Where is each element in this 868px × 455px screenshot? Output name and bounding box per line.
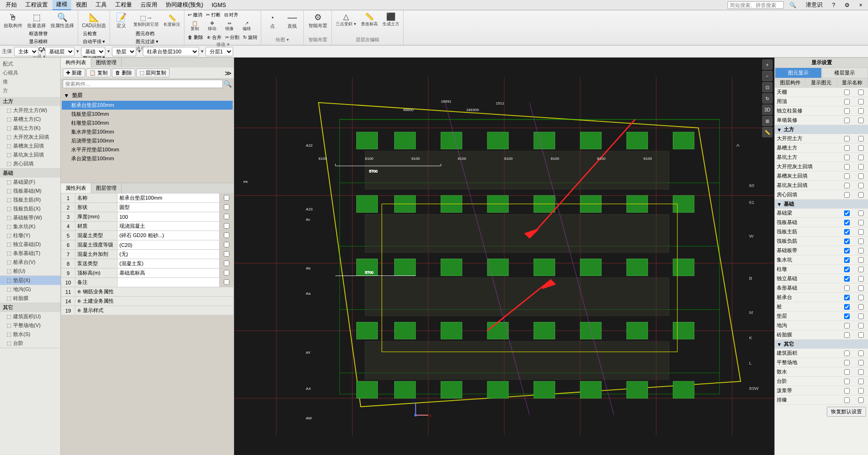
dg2-name-cb[interactable]	[858, 323, 864, 328]
left-item-jichuliang[interactable]: ⬚ 基础梁(F)	[0, 178, 60, 186]
prop-value-9[interactable]: 基础底标高	[118, 269, 220, 278]
break-btn[interactable]: ✂ 打断	[205, 11, 222, 19]
canvas-fit-btn[interactable]: ⊡	[762, 82, 772, 92]
jch2-show-cb[interactable]	[844, 173, 850, 179]
help-icon[interactable]: ?	[828, 1, 839, 9]
rotate-btn[interactable]: ↻ 旋转	[242, 34, 259, 41]
left-item-taijie[interactable]: ⬚ 台阶	[0, 339, 60, 348]
prop-attach-3[interactable]	[220, 212, 234, 222]
delete-btn[interactable]: 🗑 删除	[186, 34, 205, 41]
left-item-tiaoxingjichu[interactable]: ⬚ 条形基础(T)	[0, 249, 60, 258]
restore-default-btn[interactable]: 恢复默认设置	[827, 407, 866, 417]
search-icon[interactable]: 🔍	[786, 1, 800, 9]
mirror-btn[interactable]: ⇔ 镜像	[221, 20, 237, 33]
batch-select-btn[interactable]: ⬚ 批量选择	[25, 11, 48, 30]
prop-group-tujian[interactable]: ⊕ 土建业务属性	[75, 297, 234, 306]
layer-select-jichuceng[interactable]: 基础层	[45, 47, 74, 56]
prop-attach-10[interactable]	[220, 278, 234, 287]
jct-show-cb[interactable]	[844, 145, 850, 151]
prop-value-5[interactable]: (碎石 GD20 粗砂...)	[118, 231, 220, 240]
jkt-name-cb[interactable]	[858, 155, 864, 160]
tree-item-zhuchengdai100[interactable]: 桩承台垫层100mm	[62, 101, 233, 110]
prop-value-8[interactable]: (混凝土泵)	[118, 259, 220, 269]
align-btn[interactable]: ⊟ 对齐	[223, 11, 240, 19]
jsk-name-cb[interactable]	[858, 257, 864, 263]
layer-select-diceng[interactable]: 垫层	[112, 47, 136, 56]
menu-item-cloud[interactable]: 云应用	[137, 0, 161, 10]
left-item-digou[interactable]: ⬚ 地沟(G)	[0, 285, 60, 294]
left-item-dakaikwa[interactable]: ⬚ 大开挖土方(W)	[0, 106, 60, 115]
fbfj-show-cb[interactable]	[844, 239, 850, 244]
prop-attach-8[interactable]	[220, 259, 234, 269]
zct-show-cb[interactable]	[844, 295, 850, 300]
dc2-name-cb[interactable]	[858, 313, 864, 319]
layer-copy-btn[interactable]: ⬚ 层间复制	[136, 68, 169, 77]
jzmj-show-cb[interactable]	[844, 351, 850, 356]
dkkh-show-cb[interactable]	[844, 164, 850, 170]
prop-value-10[interactable]	[118, 278, 220, 287]
yongding-name-cb[interactable]	[858, 99, 864, 104]
px-name-cb[interactable]	[858, 397, 864, 403]
cloud-check-btn[interactable]: 云检查	[81, 30, 107, 37]
danqiang-name-cb[interactable]	[858, 118, 864, 123]
canvas-layer-btn[interactable]: ⊞	[762, 116, 772, 126]
dkk-name-cb[interactable]	[858, 136, 864, 142]
left-item-jikenhuitian[interactable]: ⬚ 基坑灰土回填	[0, 150, 60, 159]
prop-value-2[interactable]: 圆型	[118, 203, 220, 212]
danqiang-show-cb[interactable]	[844, 118, 850, 123]
jcbd-name-cb[interactable]	[858, 248, 864, 254]
dulizhu-show-cb[interactable]	[844, 108, 850, 114]
dc2-show-cb[interactable]	[844, 313, 850, 319]
dulizhu-name-cb[interactable]	[858, 108, 864, 114]
jcbd-show-cb[interactable]	[844, 248, 850, 254]
zct-name-cb[interactable]	[858, 295, 864, 300]
tree-item-houjiaodai100[interactable]: 后浇带垫层100mm	[62, 136, 233, 145]
check-elevation-btn[interactable]: 📏 查改标高	[359, 11, 380, 28]
jkt-show-cb[interactable]	[844, 155, 850, 160]
left-item-fobanfujin[interactable]: ⬚ 筏板负筋(X)	[0, 204, 60, 213]
dkkh-name-cb[interactable]	[858, 164, 864, 170]
smart-layout-btn[interactable]: ⚙ 智能布置	[307, 11, 329, 30]
ss2-show-cb[interactable]	[844, 369, 850, 375]
left-item-xinmoju[interactable]: 心模具	[3, 68, 58, 77]
pzcd-show-cb[interactable]	[844, 360, 850, 365]
prop-value-4[interactable]: 现浇混凝土	[118, 222, 220, 231]
ztm2-show-cb[interactable]	[844, 332, 850, 338]
tree-item-jishuijing100[interactable]: 集水井垫层100mm	[62, 127, 233, 136]
prop-attach-6[interactable]	[220, 240, 234, 250]
display-mode-btn[interactable]: 显示模样	[28, 38, 50, 45]
tree-item-zhudun100[interactable]: 柱墩垫层100mm	[62, 119, 233, 127]
left-item-sanshui[interactable]: ⬚ 散水(S)	[0, 330, 60, 339]
prop-attach-1[interactable]	[220, 194, 234, 203]
left-item-diceng[interactable]: ⬚ 垫层(X)	[0, 276, 60, 285]
cad-recognize-btn[interactable]: 📐 CAD识别选	[80, 11, 108, 30]
fxh2-show-cb[interactable]	[844, 192, 850, 198]
dkk-show-cb[interactable]	[844, 136, 850, 142]
comp-tab-list[interactable]: 构件列表	[61, 58, 91, 67]
left-item-dakaikhuitian[interactable]: ⬚ 大开挖灰土回填	[0, 133, 60, 142]
prop-attach-7[interactable]	[220, 250, 234, 259]
left-item-jianzhummianji[interactable]: ⬚ 建筑面积(U)	[0, 312, 60, 321]
fbj-show-cb[interactable]	[844, 220, 850, 225]
layer-select-fenceng[interactable]: 分层1	[206, 47, 233, 56]
fbzq-show-cb[interactable]	[844, 229, 850, 235]
fxh2-name-cb[interactable]	[858, 192, 864, 198]
property-select-btn[interactable]: 🔍 按属性选择	[49, 11, 76, 30]
menu-item-quantity[interactable]: 工程量	[111, 0, 136, 10]
tj2-show-cb[interactable]	[844, 379, 850, 384]
canvas-zoom-in-btn[interactable]: +	[762, 60, 772, 70]
move-btn[interactable]: ✥ 移动	[204, 20, 220, 33]
layer-select-zhuchengdai[interactable]: 柱承台垫层100	[143, 47, 199, 56]
copy-to-layer-btn[interactable]: ⬚→ 复制到其它层	[132, 11, 161, 30]
left-item-zhuantaimo[interactable]: ⬚ 砖胎膜	[0, 294, 60, 303]
prop-value-1[interactable]: 桩承台垫层100mm	[118, 194, 220, 203]
left-item-zhu[interactable]: ⬚ 桩(U)	[0, 267, 60, 276]
prop-tab-layers[interactable]: 图层管理	[91, 183, 122, 193]
jch2-name-cb[interactable]	[858, 173, 864, 179]
left-item-fangxinhuitian[interactable]: ⬚ 房心回填	[0, 159, 60, 168]
offset-btn[interactable]: ↗ 偏移	[238, 20, 255, 33]
jichu2-toggle[interactable]: ▼	[777, 201, 782, 207]
zd-name-cb[interactable]	[858, 267, 864, 272]
pjd-show-cb[interactable]	[844, 388, 850, 394]
jzmj-name-cb[interactable]	[858, 351, 864, 356]
